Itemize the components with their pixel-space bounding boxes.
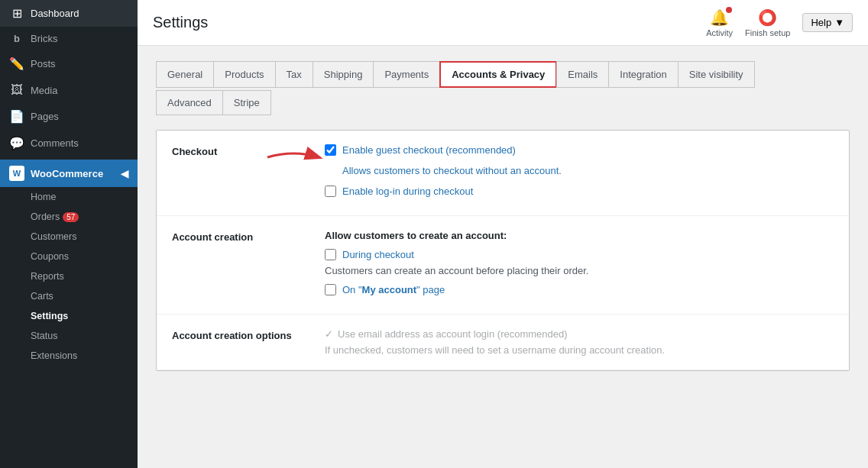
account-creation-controls: Allow customers to create an account: Du…: [325, 230, 834, 300]
dashboard-icon: ⊞: [9, 6, 24, 21]
sidebar-sub-wc-extensions[interactable]: Extensions: [0, 346, 138, 366]
sidebar-sub-wc-reports[interactable]: Reports: [0, 266, 138, 286]
during-checkout-row: During checkout: [325, 249, 834, 260]
woo-icon: W: [9, 166, 24, 181]
sidebar-sub-wc-coupons[interactable]: Coupons: [0, 247, 138, 266]
chevron-down-icon: ▼: [834, 17, 844, 28]
checkmark-icon: ✓: [325, 328, 333, 340]
during-checkout-label[interactable]: During checkout: [342, 249, 414, 260]
topbar: Settings 🔔 Activity ⭕ Finish setup Help …: [138, 0, 868, 46]
tab-stripe[interactable]: Stripe: [222, 90, 271, 115]
notification-dot: [726, 7, 732, 13]
my-account-checkbox[interactable]: [325, 284, 336, 295]
orders-badge: 57: [63, 212, 79, 222]
tab-advanced[interactable]: Advanced: [156, 90, 223, 115]
account-creation-section: Account creation Allow customers to crea…: [157, 216, 849, 315]
sidebar: ⊞ Dashboard b Bricks ✏️ Posts 🖼 Media 📄 …: [0, 0, 138, 468]
bricks-icon: b: [9, 33, 24, 44]
my-account-label[interactable]: On "My account" page: [342, 284, 445, 295]
checkout-label: Checkout: [172, 144, 325, 157]
activity-icon: 🔔: [710, 8, 729, 27]
account-creation-helper: Customers can create an account before p…: [325, 265, 834, 276]
activity-button[interactable]: 🔔 Activity: [706, 8, 733, 37]
account-creation-options-section: Account creation options ✓ Use email add…: [157, 315, 849, 370]
tab-shipping[interactable]: Shipping: [313, 61, 374, 88]
sidebar-sub-wc-home[interactable]: Home: [0, 187, 138, 207]
chevron-icon: ◀: [121, 168, 128, 179]
tab-payments[interactable]: Payments: [373, 61, 440, 88]
account-creation-options-controls: ✓ Use email address as account login (re…: [325, 328, 834, 356]
my-account-row: On "My account" page: [325, 284, 834, 295]
tab-tax[interactable]: Tax: [275, 61, 313, 88]
sidebar-item-media[interactable]: 🖼 Media: [0, 77, 138, 103]
finish-setup-icon: ⭕: [758, 8, 777, 27]
woocommerce-header[interactable]: W WooCommerce ◀: [0, 160, 138, 187]
sidebar-sub-wc-status[interactable]: Status: [0, 326, 138, 346]
arrow-container: Enable guest checkout (recommended): [325, 144, 516, 160]
comments-icon: 💬: [9, 136, 24, 150]
account-creation-heading: Allow customers to create an account:: [325, 230, 834, 241]
use-email-row: ✓ Use email address as account login (re…: [325, 328, 834, 340]
sidebar-sub-wc-settings[interactable]: Settings: [0, 306, 138, 326]
during-checkout-checkbox[interactable]: [325, 249, 336, 260]
page-title: Settings: [153, 14, 208, 31]
checkout-section: Checkout: [157, 131, 849, 216]
unchecked-note: If unchecked, customers will need to set…: [325, 344, 834, 356]
account-creation-label: Account creation: [172, 230, 325, 243]
tab-products[interactable]: Products: [213, 61, 275, 88]
tabs-row-1: General Products Tax Shipping Payments A…: [156, 61, 850, 87]
sidebar-item-pages[interactable]: 📄 Pages: [0, 103, 138, 130]
media-icon: 🖼: [9, 83, 24, 97]
guest-checkout-row: Enable guest checkout (recommended): [325, 144, 516, 156]
posts-icon: ✏️: [9, 56, 24, 71]
login-checkout-row: Enable log-in during checkout: [325, 186, 834, 197]
finish-setup-button[interactable]: ⭕ Finish setup: [745, 8, 790, 37]
guest-checkout-helper: Allows customers to checkout without an …: [342, 165, 834, 176]
tab-integration[interactable]: Integration: [608, 61, 678, 88]
sidebar-item-bricks[interactable]: b Bricks: [0, 27, 138, 50]
settings-card: Checkout: [156, 130, 850, 371]
sidebar-sub-wc-customers[interactable]: Customers: [0, 227, 138, 247]
help-button[interactable]: Help ▼: [802, 13, 853, 32]
guest-checkout-label[interactable]: Enable guest checkout (recommended): [342, 144, 516, 156]
tab-emails[interactable]: Emails: [556, 61, 609, 88]
sidebar-item-comments[interactable]: 💬 Comments: [0, 130, 138, 157]
tab-accounts-privacy[interactable]: Accounts & Privacy: [439, 61, 557, 88]
tabs-row-2: Advanced Stripe: [156, 90, 850, 115]
sidebar-item-dashboard[interactable]: ⊞ Dashboard: [0, 0, 138, 27]
login-checkout-label[interactable]: Enable log-in during checkout: [342, 186, 473, 197]
pages-icon: 📄: [9, 109, 24, 124]
sidebar-sub-wc-orders[interactable]: Orders 57: [0, 207, 138, 227]
tab-site-visibility[interactable]: Site visibility: [678, 61, 755, 88]
login-checkout-checkbox[interactable]: [325, 186, 336, 197]
guest-checkout-checkbox[interactable]: [325, 144, 336, 156]
checkout-controls: Enable guest checkout (recommended) Allo…: [325, 144, 834, 202]
sidebar-sub-wc-carts[interactable]: Carts: [0, 286, 138, 306]
tab-general[interactable]: General: [156, 61, 214, 88]
account-creation-options-label: Account creation options: [172, 328, 325, 341]
topbar-right: 🔔 Activity ⭕ Finish setup Help ▼: [706, 8, 853, 37]
sidebar-item-posts[interactable]: ✏️ Posts: [0, 50, 138, 77]
